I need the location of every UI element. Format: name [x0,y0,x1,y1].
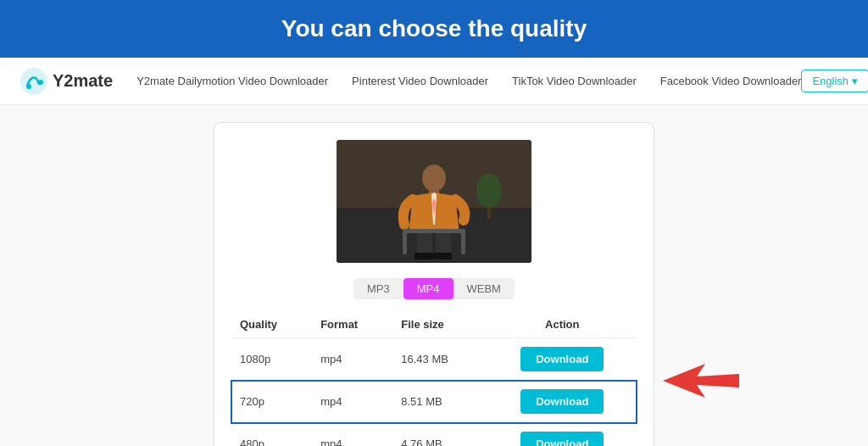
thumbnail-svg [337,140,531,263]
red-arrow-indicator [663,364,739,401]
top-banner: You can choose the quality [0,0,868,58]
col-filesize: File size [392,311,487,338]
filesize-480p: 4.76 MB [392,423,487,447]
table-row: 480p mp4 4.76 MB Download [231,423,637,447]
language-label: English [812,75,849,87]
download-button-720p[interactable]: Download [520,389,604,414]
svg-point-2 [38,80,43,85]
download-button-1080p[interactable]: Download [520,347,604,371]
arrow-svg [663,364,739,398]
svg-rect-13 [403,229,407,254]
col-format: Format [312,311,392,338]
format-720p: mp4 [312,381,392,423]
col-quality: Quality [231,311,312,338]
language-button[interactable]: English ▾ [801,70,868,92]
action-480p: Download [488,423,637,447]
svg-point-6 [422,164,446,192]
thumbnail-container [231,140,637,263]
table-row: 720p mp4 8.51 MB Download [231,381,637,423]
logo[interactable]: Y2mate [20,68,113,95]
nav-link-tiktok[interactable]: TikTok Video Downloader [512,75,637,87]
main-content: MP3 MP4 WEBM Quality Format File size Ac… [0,105,868,446]
format-480p: mp4 [312,423,392,447]
action-1080p: Download [488,338,637,381]
banner-title: You can choose the quality [0,15,868,42]
svg-rect-16 [487,206,491,219]
filesize-1080p: 16.43 MB [392,338,487,381]
format-1080p: mp4 [312,338,392,381]
svg-point-0 [20,68,47,95]
logo-text: Y2mate [53,71,113,91]
table-row: 1080p mp4 16.43 MB Download [231,338,637,381]
svg-rect-12 [403,229,465,233]
video-thumbnail [337,140,531,263]
col-action: Action [488,311,637,338]
svg-marker-17 [663,364,739,398]
quality-480p: 480p [231,423,312,447]
quality-720p: 720p [231,381,312,423]
nav-link-pinterest[interactable]: Pinterest Video Downloader [352,75,488,87]
tab-mp4[interactable]: MP4 [403,278,453,299]
action-720p: Download [488,381,637,423]
logo-icon [20,68,47,95]
svg-point-15 [476,174,502,208]
quality-table-wrapper: Quality Format File size Action 1080p mp… [231,311,637,446]
tab-mp3[interactable]: MP3 [353,278,403,299]
svg-point-1 [26,84,31,89]
nav-links: Y2mate Dailymotion Video Downloader Pint… [136,75,801,87]
quality-1080p: 1080p [231,338,312,381]
download-button-480p[interactable]: Download [520,432,604,446]
nav-link-facebook[interactable]: Facebook Video Downloader [660,75,802,87]
svg-rect-11 [433,253,452,259]
navbar: Y2mate Y2mate Dailymotion Video Download… [0,58,868,105]
svg-rect-14 [461,229,465,254]
tab-webm[interactable]: WEBM [453,278,515,299]
chevron-down-icon: ▾ [852,75,858,87]
filesize-720p: 8.51 MB [392,381,487,423]
download-card: MP3 MP4 WEBM Quality Format File size Ac… [214,122,654,446]
format-tabs: MP3 MP4 WEBM [231,278,637,299]
svg-rect-10 [415,253,433,259]
table-header-row: Quality Format File size Action [231,311,637,338]
nav-link-dailymotion[interactable]: Y2mate Dailymotion Video Downloader [136,75,328,87]
quality-table: Quality Format File size Action 1080p mp… [231,311,637,446]
